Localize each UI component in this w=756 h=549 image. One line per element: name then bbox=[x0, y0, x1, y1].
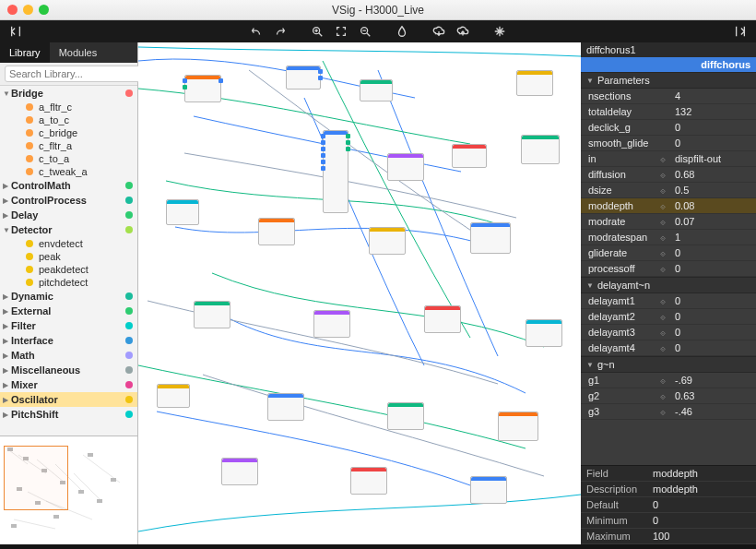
meta-description: Descriptionmoddepth bbox=[581, 482, 756, 497]
minimap[interactable] bbox=[0, 436, 137, 544]
svg-rect-20 bbox=[88, 453, 93, 457]
patch-node[interactable] bbox=[526, 319, 562, 347]
svg-line-6 bbox=[74, 473, 101, 501]
sparkle-icon[interactable] bbox=[490, 22, 510, 41]
module-a_to_c[interactable]: a_to_c bbox=[0, 113, 137, 126]
category-miscellaneous[interactable]: ▶Miscellaneous bbox=[0, 363, 137, 377]
category-external[interactable]: ▶External bbox=[0, 304, 137, 318]
param-in[interactable]: in⟐dispfilt-out bbox=[581, 151, 756, 167]
tab-library[interactable]: Library bbox=[0, 42, 50, 63]
param-totaldelay[interactable]: totaldelay132 bbox=[581, 104, 756, 120]
patch-node[interactable] bbox=[424, 305, 461, 333]
param-delayamt1[interactable]: delayamt1⟐0 bbox=[581, 293, 756, 309]
patch-node[interactable] bbox=[470, 222, 511, 254]
module-a_fltr_c[interactable]: a_fltr_c bbox=[0, 101, 137, 113]
param-modrate[interactable]: modrate⟐0.07 bbox=[581, 214, 756, 230]
undo-icon[interactable] bbox=[246, 22, 266, 41]
param-diffusion[interactable]: diffusion⟐0.68 bbox=[581, 167, 756, 183]
patch-node[interactable] bbox=[360, 79, 393, 101]
param-gliderate[interactable]: gliderate⟐0 bbox=[581, 245, 756, 261]
zoom-out-icon[interactable] bbox=[355, 22, 375, 41]
svg-rect-15 bbox=[78, 490, 84, 494]
library-search-input[interactable] bbox=[5, 66, 141, 82]
patch-node[interactable] bbox=[369, 227, 406, 255]
patch-node[interactable] bbox=[387, 153, 424, 181]
redo-icon[interactable] bbox=[270, 22, 290, 41]
module-pitchdetect[interactable]: pitchdetect bbox=[0, 276, 137, 289]
zoom-in-icon[interactable] bbox=[307, 22, 327, 41]
inspector-params[interactable]: ▼Parametersnsections4totaldelay132declic… bbox=[581, 72, 756, 465]
patch-node[interactable] bbox=[350, 467, 387, 495]
category-delay[interactable]: ▶Delay bbox=[0, 208, 137, 222]
patch-node[interactable] bbox=[516, 70, 553, 96]
param-delayamt4[interactable]: delayamt4⟐0 bbox=[581, 340, 756, 356]
param-g1[interactable]: g1⟐-.69 bbox=[581, 373, 756, 388]
tab-modules[interactable]: Modules bbox=[50, 42, 107, 63]
param-nsections[interactable]: nsections4 bbox=[581, 89, 756, 104]
param-processoff[interactable]: processoff⟐0 bbox=[581, 261, 756, 277]
library-sidebar: Library Modules ︿﹀ ▼Bridgea_fltr_ca_to_c… bbox=[0, 42, 138, 544]
patch-node[interactable] bbox=[221, 458, 258, 485]
param-declick_g[interactable]: declick_g0 bbox=[581, 120, 756, 136]
category-pitchshift[interactable]: ▶PitchShift bbox=[0, 407, 137, 422]
meta-field: Fieldmoddepth bbox=[581, 466, 756, 482]
svg-rect-21 bbox=[111, 478, 116, 482]
module-c_tweak_a[interactable]: c_tweak_a bbox=[0, 165, 137, 178]
module-c_fltr_a[interactable]: c_fltr_a bbox=[0, 139, 137, 152]
module-envdetect[interactable]: envdetect bbox=[0, 237, 137, 250]
meta-maximum: Maximum100 bbox=[581, 529, 756, 544]
category-controlprocess[interactable]: ▶ControlProcess bbox=[0, 193, 137, 208]
module-c_bridge[interactable]: c_bridge bbox=[0, 126, 137, 139]
param-moddepth[interactable]: moddepth⟐0.08 bbox=[581, 198, 756, 214]
patch-node[interactable] bbox=[258, 218, 295, 245]
category-dynamic[interactable]: ▶Dynamic bbox=[0, 289, 137, 304]
cloud-up-icon[interactable] bbox=[453, 22, 473, 41]
patch-node[interactable] bbox=[387, 402, 424, 430]
inspector-section[interactable]: ▼delayamt~n bbox=[581, 277, 756, 293]
patch-node[interactable] bbox=[323, 130, 348, 213]
minimap-viewport[interactable] bbox=[4, 446, 68, 510]
category-oscillator[interactable]: ▶Oscillator bbox=[0, 392, 137, 407]
inspector-section[interactable]: ▼g~n bbox=[581, 356, 756, 373]
param-smooth_glide[interactable]: smooth_glide0 bbox=[581, 136, 756, 151]
category-filter[interactable]: ▶Filter bbox=[0, 318, 137, 333]
patch-node[interactable] bbox=[452, 144, 487, 168]
meta-default: Default0 bbox=[581, 497, 756, 513]
collapse-inspector-icon[interactable] bbox=[730, 22, 750, 41]
patch-node[interactable] bbox=[521, 135, 560, 164]
drop-icon[interactable] bbox=[392, 22, 412, 41]
patch-node[interactable] bbox=[498, 412, 538, 441]
module-peakdetect[interactable]: peakdetect bbox=[0, 263, 137, 276]
zoom-fit-icon[interactable] bbox=[331, 22, 351, 41]
patch-node[interactable] bbox=[313, 310, 350, 338]
patch-node[interactable] bbox=[470, 476, 507, 504]
category-controlmath[interactable]: ▶ControlMath bbox=[0, 178, 137, 193]
module-peak[interactable]: peak bbox=[0, 250, 137, 263]
param-g2[interactable]: g2⟐0.63 bbox=[581, 388, 756, 404]
cloud-down-icon[interactable] bbox=[429, 22, 449, 41]
module-c_to_a[interactable]: c_to_a bbox=[0, 152, 137, 165]
param-dsize[interactable]: dsize⟐0.5 bbox=[581, 183, 756, 198]
patch-node[interactable] bbox=[267, 393, 304, 421]
category-mixer[interactable]: ▶Mixer bbox=[0, 377, 137, 392]
category-math[interactable]: ▶Math bbox=[0, 348, 137, 363]
library-tree[interactable]: ▼Bridgea_fltr_ca_to_cc_bridgec_fltr_ac_t… bbox=[0, 86, 137, 436]
inspector-section[interactable]: ▼Parameters bbox=[581, 72, 756, 89]
patch-canvas[interactable] bbox=[138, 42, 581, 544]
patch-node[interactable] bbox=[286, 66, 321, 90]
patch-node[interactable] bbox=[157, 384, 190, 408]
window-title: VSig - H3000_Live bbox=[0, 4, 756, 17]
patch-node[interactable] bbox=[166, 199, 199, 225]
param-g3[interactable]: g3⟐-.46 bbox=[581, 404, 756, 420]
category-interface[interactable]: ▶Interface bbox=[0, 333, 137, 348]
inspector-meta: FieldmoddepthDescriptionmoddepthDefault0… bbox=[581, 465, 756, 544]
param-delayamt2[interactable]: delayamt2⟐0 bbox=[581, 309, 756, 325]
category-detector[interactable]: ▼Detector bbox=[0, 222, 137, 237]
patch-node[interactable] bbox=[194, 301, 230, 328]
collapse-sidebar-icon[interactable] bbox=[6, 22, 26, 41]
param-modratespan[interactable]: modratespan⟐1 bbox=[581, 230, 756, 245]
toolbar bbox=[0, 20, 756, 42]
patch-node[interactable] bbox=[184, 75, 221, 102]
param-delayamt3[interactable]: delayamt3⟐0 bbox=[581, 325, 756, 340]
category-bridge[interactable]: ▼Bridge bbox=[0, 86, 137, 101]
